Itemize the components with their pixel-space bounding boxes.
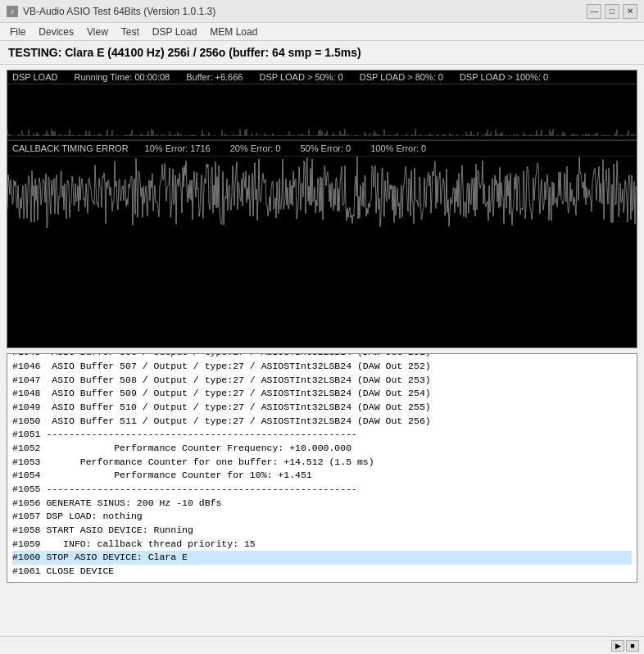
error-10: 10% Error: 1716 (145, 143, 211, 153)
dsp-load-50: DSP LOAD > 50%: 0 (259, 72, 342, 82)
menu-bar: File Devices View Test DSP Load MEM Load (0, 23, 644, 41)
dsp-panel: DSP LOAD Running Time: 00:00:08 Buffer: … (7, 70, 637, 348)
log-line: #1053 Performance Counter for one buffer… (12, 456, 632, 470)
menu-mem-load[interactable]: MEM Load (203, 23, 264, 40)
stop-button[interactable]: ■ (626, 640, 639, 652)
title-bar-controls: — □ ✕ (587, 4, 637, 19)
error-20: 20% Error: 0 (230, 143, 281, 153)
dsp-header: DSP LOAD Running Time: 00:00:08 Buffer: … (7, 70, 637, 84)
close-button[interactable]: ✕ (623, 4, 637, 19)
log-line: #1049 ASIO Buffer 510 / Output / type:27… (12, 401, 632, 415)
dsp-buffer: Buffer: +6.666 (186, 72, 243, 82)
callback-section: CALLBACK TIMING ERROR 10% Error: 1716 20… (7, 140, 637, 157)
top-waveform-canvas (7, 84, 637, 139)
dsp-load-label: DSP LOAD (12, 72, 57, 82)
log-line: #1046 ASIO Buffer 507 / Output / type:27… (12, 360, 632, 374)
title-bar-left: ♪ VB-Audio ASIO Test 64Bits (Version 1.0… (7, 6, 215, 17)
menu-test[interactable]: Test (115, 23, 146, 40)
dsp-load-80: DSP LOAD > 80%: 0 (360, 72, 443, 82)
main-heading: TESTING: Clara E (44100 Hz) 256i / 256o … (0, 41, 644, 65)
play-button[interactable]: ▶ (611, 640, 624, 652)
menu-file[interactable]: File (3, 23, 32, 40)
log-line: #1059 INFO: callback thread priority: 15 (12, 538, 632, 552)
minimize-button[interactable]: — (587, 4, 601, 19)
app-icon: ♪ (7, 6, 18, 17)
log-line: #1045 ASIO Buffer 506 / Output / type:27… (12, 353, 632, 360)
log-line: #1058 START ASIO DEVICE: Running (12, 524, 632, 538)
dsp-running-time: Running Time: 00:00:08 (74, 72, 170, 82)
log-line: #1052 Performance Counter Frequency: +10… (12, 442, 632, 456)
log-line: #1060 STOP ASIO DEVICE: Clara E (12, 551, 632, 565)
log-line: #1061 CLOSE DEVICE (12, 565, 632, 579)
log-line: #1057 DSP LOAD: nothing (12, 510, 632, 524)
error-50: 50% Error: 0 (300, 143, 351, 153)
menu-view[interactable]: View (80, 23, 115, 40)
log-line: #1050 ASIO Buffer 511 / Output / type:27… (12, 415, 632, 429)
log-line: #1055 ----------------------------------… (12, 483, 632, 497)
log-line: #1056 GENERATE SINUS: 200 Hz -10 dBfs (12, 497, 632, 511)
maximize-button[interactable]: □ (605, 4, 619, 19)
menu-devices[interactable]: Devices (32, 23, 80, 40)
title-bar-text: VB-Audio ASIO Test 64Bits (Version 1.0.1… (23, 6, 215, 17)
bottom-waveform-area (7, 157, 637, 229)
callback-label: CALLBACK TIMING ERROR (12, 143, 129, 153)
log-area[interactable]: #1043 ASIO Buffer 504 / Output / type:27… (7, 353, 637, 583)
log-line: #1047 ASIO Buffer 508 / Output / type:27… (12, 374, 632, 388)
dsp-load-100: DSP LOAD > 100%: 0 (460, 72, 548, 82)
log-line: #1048 ASIO Buffer 509 / Output / type:27… (12, 387, 632, 401)
log-line: #1054 Performance Counter for 10%: +1.45… (12, 469, 632, 483)
bottom-strip: ▶ ■ (0, 636, 644, 654)
title-bar: ♪ VB-Audio ASIO Test 64Bits (Version 1.0… (0, 0, 644, 23)
callback-errors: 10% Error: 1716 20% Error: 0 50% Error: … (145, 143, 426, 153)
error-100: 100% Error: 0 (370, 143, 426, 153)
bottom-waveform-canvas (7, 157, 637, 229)
top-waveform-area (7, 84, 637, 140)
menu-dsp-load[interactable]: DSP Load (146, 23, 204, 40)
log-line: #1051 ----------------------------------… (12, 428, 632, 442)
heading-text: TESTING: Clara E (44100 Hz) 256i / 256o … (8, 46, 361, 59)
